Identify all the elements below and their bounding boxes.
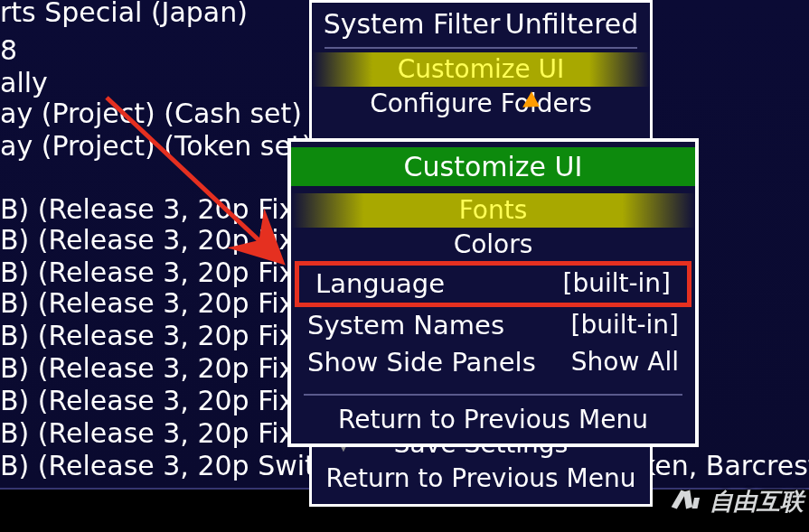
- watermark: 自由互联: [675, 486, 804, 518]
- language-value: [built-in]: [562, 268, 671, 300]
- system-names-value: [built-in]: [570, 310, 679, 341]
- menu-header: System Filter Unfiltered: [312, 3, 650, 43]
- separator: [325, 47, 637, 49]
- annotation-highlight-box: Language [built-in]: [295, 261, 691, 307]
- system-names-label: System Names: [307, 310, 504, 341]
- header-unfiltered[interactable]: Unfiltered: [505, 8, 639, 40]
- side-panels-value: Show All: [571, 347, 679, 378]
- watermark-text: 自由互联: [710, 486, 804, 518]
- menu-item-language[interactable]: Language [built-in]: [299, 266, 687, 303]
- side-panels-label: Show Side Panels: [307, 347, 536, 378]
- language-label: Language: [315, 268, 445, 300]
- menu-item-side-panels[interactable]: Show Side Panels Show All: [291, 344, 695, 381]
- menu-item-return[interactable]: Return to Previous Menu: [312, 462, 650, 496]
- header-system-filter[interactable]: System Filter: [324, 8, 501, 40]
- menu-item-system-names[interactable]: System Names [built-in]: [291, 307, 695, 344]
- separator: [304, 394, 682, 396]
- list-item: rts Special (Japan): [0, 0, 248, 32]
- menu-item-configure-folders[interactable]: Configure Folders: [312, 87, 650, 121]
- menu-item-return[interactable]: Return to Previous Menu: [291, 399, 695, 444]
- watermark-logo-icon: [672, 487, 709, 518]
- spacer: [312, 120, 650, 133]
- menu-item-customize-ui[interactable]: Customize UI: [312, 52, 650, 87]
- menu-item-fonts[interactable]: Fonts: [291, 193, 695, 228]
- menu-title: Customize UI: [291, 147, 695, 186]
- menu-item-colors[interactable]: Colors: [291, 228, 695, 262]
- customize-ui-menu: Customize UI Fonts Colors Language [buil…: [287, 138, 699, 447]
